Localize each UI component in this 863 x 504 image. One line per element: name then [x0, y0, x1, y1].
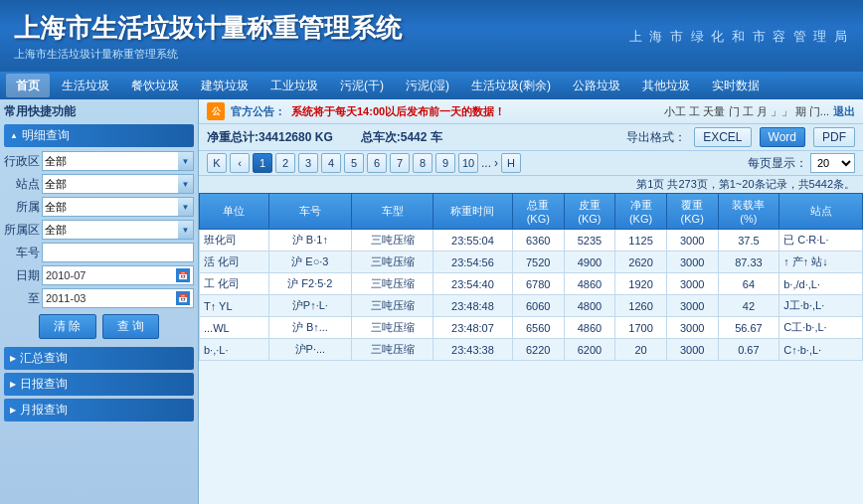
page-1-button[interactable]: 1	[253, 153, 272, 173]
cell-site: C↑·b·,L·	[779, 339, 863, 361]
cell-car: 沪 B·1↑	[268, 230, 352, 252]
page-info: 第1页 共273页，第1~20条记录，共5442条。	[199, 176, 863, 193]
date-end-input[interactable]: 2011-03 📅	[42, 288, 194, 308]
export-word-button[interactable]: Word	[760, 127, 805, 147]
notice-text: 系统将于每天14:00以后发布前一天的数据！	[291, 104, 658, 119]
page-4-button[interactable]: 4	[321, 153, 341, 173]
cell-net: 1920	[615, 273, 667, 295]
area-label: 所属区	[4, 222, 40, 239]
page-7-button[interactable]: 7	[390, 153, 410, 173]
nav-construction-waste[interactable]: 建筑垃圾	[191, 74, 259, 97]
page-3-button[interactable]: 3	[298, 153, 318, 173]
page-9-button[interactable]: 9	[435, 153, 455, 173]
nav-realtime-data[interactable]: 实时数据	[702, 74, 770, 97]
page-10-button[interactable]: 10	[458, 153, 478, 173]
cell-unit: T↑ YL	[200, 295, 269, 317]
sidebar-monthly-query[interactable]: 月报查询	[4, 399, 194, 421]
cell-rate: 42	[718, 295, 779, 317]
page-2-button[interactable]: 2	[275, 153, 295, 173]
total-count-label: 总车次:5442 车	[361, 129, 442, 146]
page-5-button[interactable]: 5	[344, 153, 364, 173]
cell-type: 三吨压缩	[352, 317, 433, 339]
nav-sludge-dry[interactable]: 污泥(干)	[330, 74, 394, 97]
cell-car: 沪P↑·L·	[268, 295, 352, 317]
header: 上海市生活垃圾计量称重管理系统 上海市生活垃圾计量称重管理系统 上 海 市 绿 …	[0, 0, 863, 72]
content: 公 官方公告： 系统将于每天14:00以后发布前一天的数据！ 小工 工 天量 门…	[199, 99, 863, 504]
station-select[interactable]: 全部	[42, 174, 194, 194]
cell-unit: 活 化司	[200, 252, 269, 273]
sidebar-detail-query[interactable]: 明细查询	[4, 124, 194, 147]
page-last-button[interactable]: H	[501, 153, 521, 173]
nav-food-waste[interactable]: 餐饮垃圾	[121, 74, 189, 97]
sidebar-summary-query[interactable]: 汇总查询	[4, 347, 194, 370]
nav-remaining-waste[interactable]: 生活垃圾(剩余)	[461, 74, 561, 97]
cell-type: 三吨压缩	[352, 252, 433, 273]
exit-link[interactable]: 退出	[833, 104, 855, 119]
cell-total: 6360	[512, 230, 564, 252]
total-count-value: 5442	[401, 130, 428, 144]
cell-type: 三吨压缩	[352, 230, 433, 252]
app-subtitle: 上海市生活垃圾计量称重管理系统	[14, 47, 402, 62]
cell-cover: 3000	[666, 317, 718, 339]
station-label: 站点	[4, 176, 40, 193]
cell-car: 沪 F2·5·2	[268, 273, 352, 295]
cell-type: 三吨压缩	[352, 339, 433, 361]
col-cover: 覆重(KG)	[666, 194, 718, 230]
type-row: 所属 全部 ▼	[4, 197, 194, 217]
page-size-label: 每页显示：	[748, 155, 807, 172]
cell-rate: 0.67	[718, 339, 779, 361]
type-select[interactable]: 全部	[42, 197, 194, 217]
notice-right: 小工 工 天量 门 工 月 」」 期 门... 退出	[664, 104, 855, 119]
date-end-icon[interactable]: 📅	[176, 291, 190, 305]
page-8-button[interactable]: 8	[413, 153, 432, 173]
export-pdf-button[interactable]: PDF	[813, 127, 855, 147]
page-first-button[interactable]: K	[207, 153, 227, 173]
nav-residential-waste[interactable]: 生活垃圾	[52, 74, 119, 97]
district-select[interactable]: 全部	[42, 151, 194, 171]
date-start-row: 日期 2010-07 📅	[4, 265, 194, 285]
table-row: b·,·L· 沪P·... 三吨压缩 23:43:38 6220 6200 20…	[200, 339, 863, 361]
col-car: 车号	[268, 194, 352, 230]
export-excel-button[interactable]: EXCEL	[694, 127, 751, 147]
col-type: 车型	[352, 194, 433, 230]
cell-tare: 4900	[564, 252, 615, 273]
car-input[interactable]	[42, 243, 194, 262]
cell-site: 已 C·R·L·	[779, 230, 863, 252]
district-select-wrapper: 全部 ▼	[42, 151, 194, 171]
clear-button[interactable]: 清 除	[39, 314, 95, 339]
cell-net: 20	[615, 339, 667, 361]
area-select-wrapper: 全部 ▼	[42, 220, 194, 240]
nav-home[interactable]: 首页	[6, 74, 50, 97]
nav-other-waste[interactable]: 其他垃圾	[632, 74, 700, 97]
cell-site: b·,/d·,L·	[779, 273, 863, 295]
cell-car: 沪 B↑...	[268, 317, 352, 339]
date-start-value: 2010-07	[46, 269, 86, 281]
area-select[interactable]: 全部	[42, 220, 194, 240]
query-button[interactable]: 查 询	[102, 314, 159, 339]
cell-cover: 3000	[666, 252, 718, 273]
page-arrow-right: ›	[494, 156, 498, 170]
sidebar-daily-query[interactable]: 日报查询	[4, 373, 194, 396]
app-title: 上海市生活垃圾计量称重管理系统	[14, 12, 402, 46]
pagination-bar: K ‹ 1 2 3 4 5 6 7 8 9 10 ... › H 每页显示： 2…	[199, 151, 863, 176]
date-end-value: 2011-03	[46, 292, 86, 304]
cell-type: 三吨压缩	[352, 295, 433, 317]
cell-cover: 3000	[666, 295, 718, 317]
nav-road-waste[interactable]: 公路垃圾	[563, 74, 630, 97]
cell-unit: ...WL	[200, 317, 269, 339]
nav-industrial-waste[interactable]: 工业垃圾	[260, 74, 328, 97]
cell-unit: 工 化司	[200, 273, 269, 295]
page-size-select[interactable]: 20 50 100	[810, 153, 855, 173]
cell-time: 23:48:07	[432, 317, 512, 339]
org-name: 上 海 市 绿 化 和 市 容 管 理 局	[629, 28, 849, 46]
cell-total: 7520	[512, 252, 564, 273]
page-prev-button[interactable]: ‹	[230, 153, 250, 173]
date-start-input[interactable]: 2010-07 📅	[42, 265, 194, 285]
page-6-button[interactable]: 6	[367, 153, 387, 173]
notice-icon: 公	[207, 102, 225, 120]
nav-sludge-wet[interactable]: 污泥(湿)	[396, 74, 459, 97]
cell-net: 1700	[615, 317, 667, 339]
table-row: T↑ YL 沪P↑·L· 三吨压缩 23:48:48 6060 4800 126…	[200, 295, 863, 317]
date-start-icon[interactable]: 📅	[176, 268, 190, 282]
cell-site: ↑ 产↑ 站↓	[779, 252, 863, 273]
